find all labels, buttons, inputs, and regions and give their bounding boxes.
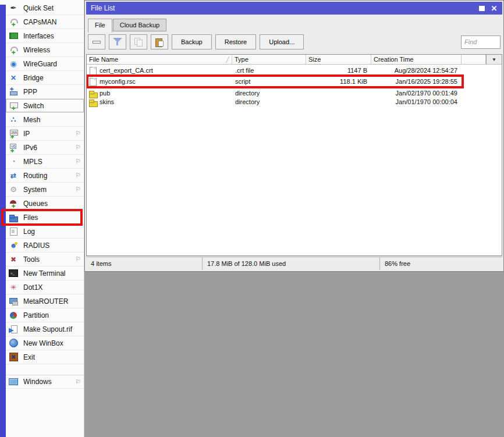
sidebar-item-wireguard[interactable]: WireGuard ⚐ [6, 57, 84, 71]
sidebar-item-label: CAPsMAN [23, 18, 56, 26]
close-button[interactable]: ✕ [489, 3, 499, 13]
sidebar-item-new-winbox[interactable]: New WinBox ⚐ [6, 336, 84, 350]
window-titlebar[interactable]: File List ✕ [86, 2, 502, 15]
sidebar-item-windows[interactable]: Windows ⚐ [6, 375, 84, 389]
file-type: directory [232, 98, 306, 105]
sidebar-item-label: Routing [23, 172, 47, 180]
routing-icon [9, 171, 18, 180]
table-row[interactable]: cert_export_CA.crt .crt file 1147 B Aug/… [87, 66, 502, 74]
files-icon [9, 213, 18, 222]
file-creation-time: Aug/28/2024 12:54:27 [371, 67, 462, 74]
file-list-window: File List ✕ File Cloud Backup Backup Res… [84, 0, 504, 272]
sidebar-item-interfaces[interactable]: Interfaces ⚐ [6, 29, 84, 43]
upload-button[interactable]: Upload... [260, 34, 304, 49]
sidebar-item-capsman[interactable]: CAPsMAN ⚐ [6, 15, 84, 29]
table-header: File Name ╱ Type Size Creation Time ▼ [87, 55, 502, 65]
sidebar-item-make-supout-rif[interactable]: Make Supout.rif ⚐ [6, 322, 84, 336]
sidebar-item-label: New Terminal [23, 269, 65, 278]
ppp-icon [9, 87, 18, 97]
submenu-arrow-icon: ⚐ [75, 144, 81, 151]
submenu-arrow-icon: ⚐ [75, 172, 81, 179]
sidebar-item-system[interactable]: System ⚐ [6, 183, 84, 197]
sidebar-item-ipv6[interactable]: IPv6 ⚐ [6, 141, 84, 155]
submenu-arrow-icon: ⚐ [75, 130, 81, 137]
status-disk-usage: 17.8 MiB of 128.0 MiB used [203, 257, 380, 270]
sidebar-item-label: Partition [23, 311, 49, 319]
sidebar-item-new-terminal[interactable]: New Terminal ⚐ [6, 267, 84, 280]
table-row[interactable]: skins directory Jan/01/1970 00:00:04 [87, 97, 502, 106]
quick-set-icon [9, 3, 18, 13]
tools-icon [9, 255, 18, 264]
file-name: myconfig.rsc [100, 78, 136, 85]
sidebar-item-radius[interactable]: RADIUS ⚐ [6, 239, 84, 253]
sidebar-item-dot1x[interactable]: Dot1X ⚐ [6, 280, 84, 294]
column-header-blank [462, 55, 486, 64]
system-icon [9, 185, 18, 194]
terminal-icon [9, 269, 18, 278]
backup-button[interactable]: Backup [172, 34, 212, 49]
bridge-icon [9, 73, 18, 83]
sidebar-item-routing[interactable]: Routing ⚐ [6, 169, 84, 183]
sidebar-item-mpls[interactable]: MPLS ⚐ [6, 155, 84, 169]
file-name: pub [100, 90, 110, 97]
metarouter-icon [9, 297, 18, 306]
sidebar-item-ppp[interactable]: PPP ⚐ [6, 85, 84, 99]
column-header-creation-time[interactable]: Creation Time [371, 55, 462, 64]
sidebar-item-wireless[interactable]: Wireless ⚐ [6, 43, 84, 57]
minus-icon [93, 41, 101, 44]
remove-button[interactable] [88, 34, 105, 49]
file-name: cert_export_CA.crt [100, 67, 153, 74]
mesh-icon [9, 115, 18, 125]
file-icon [88, 66, 97, 74]
sidebar-item-files[interactable]: Files ⚐ [6, 211, 84, 225]
paste-icon [155, 38, 164, 47]
sidebar-item-label: Quick Set [23, 4, 54, 12]
sidebar-item-label: Log [23, 228, 35, 236]
sidebar-item-partition[interactable]: Partition ⚐ [6, 308, 84, 322]
maximize-button[interactable] [477, 3, 487, 13]
status-free-space: 86% free [380, 257, 502, 270]
tab-bar: File Cloud Backup [85, 16, 503, 31]
sidebar-item-switch[interactable]: Switch ⚐ [6, 99, 84, 113]
file-type: directory [232, 90, 306, 97]
copy-button[interactable] [130, 34, 147, 49]
toolbar: Backup Restore Upload... [85, 31, 503, 51]
folder-icon [88, 98, 97, 106]
folder-icon [88, 89, 97, 97]
sidebar-item-bridge[interactable]: Bridge ⚐ [6, 71, 84, 85]
tab-label: Cloud Backup [120, 22, 160, 29]
sidebar-item-tools[interactable]: Tools ⚐ [6, 253, 84, 267]
sidebar-item-exit[interactable]: Exit ⚐ [6, 350, 84, 364]
sidebar-item-log[interactable]: Log ⚐ [6, 225, 84, 239]
sidebar-item-label: IPv6 [23, 144, 37, 152]
file-creation-time: Jan/02/1970 00:01:49 [371, 90, 462, 97]
tab-file[interactable]: File [88, 19, 112, 33]
sidebar-item-mesh[interactable]: Mesh ⚐ [6, 113, 84, 127]
ipv6-icon [9, 143, 18, 152]
chevron-down-icon: ▼ [492, 57, 496, 62]
tab-cloud-backup[interactable]: Cloud Backup [113, 19, 167, 31]
sidebar-item-metarouter[interactable]: MetaROUTER ⚐ [6, 294, 84, 308]
table-row[interactable]: pub directory Jan/02/1970 00:01:49 [87, 88, 502, 97]
column-header-size[interactable]: Size [306, 55, 371, 64]
paste-button[interactable] [151, 34, 168, 49]
find-input[interactable] [461, 35, 501, 49]
sidebar-item-queues[interactable]: Queues ⚐ [6, 197, 84, 211]
file-size: 1147 B [306, 67, 371, 74]
sidebar-item-label: New WinBox [23, 339, 63, 347]
submenu-arrow-icon: ⚐ [75, 158, 81, 165]
restore-button[interactable]: Restore [215, 34, 257, 49]
sidebar-item-ip[interactable]: IP ⚐ [6, 127, 84, 141]
partition-icon [9, 311, 18, 320]
column-header-file-name[interactable]: File Name ╱ [87, 55, 232, 64]
sidebar-item-label: Mesh [23, 116, 40, 124]
interfaces-icon [9, 31, 18, 41]
filter-button[interactable] [109, 34, 126, 49]
sidebar-item-label: MPLS [23, 158, 42, 166]
table-row[interactable]: myconfig.rsc script 118.1 KiB Jan/16/202… [87, 74, 502, 88]
file-icon [88, 77, 97, 86]
column-header-type[interactable]: Type [232, 55, 306, 64]
sidebar-item-quick-set[interactable]: Quick Set ⚐ [6, 1, 84, 15]
capsman-icon [9, 17, 18, 27]
column-select-button[interactable]: ▼ [486, 55, 502, 64]
